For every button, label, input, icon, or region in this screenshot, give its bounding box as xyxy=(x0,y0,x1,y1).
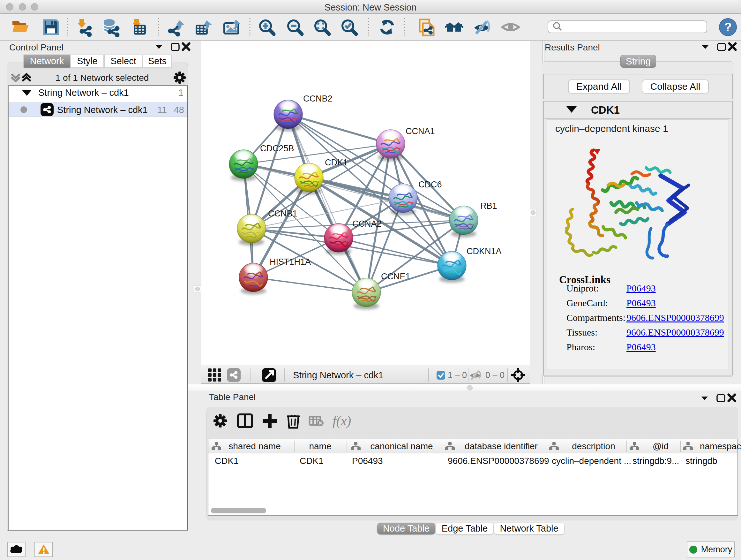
svg-text:CCNB1: CCNB1 xyxy=(268,209,297,219)
svg-text:CCNE1: CCNE1 xyxy=(381,272,410,281)
svg-text:CDKN1A: CDKN1A xyxy=(467,246,502,256)
svg-text:String Network – cdk1: String Network – cdk1 xyxy=(293,370,384,380)
svg-text:f(x): f(x) xyxy=(333,414,351,428)
svg-text:CDC6: CDC6 xyxy=(418,180,442,189)
svg-text:CDK1: CDK1 xyxy=(325,158,348,167)
svg-text:1 – 0: 1 – 0 xyxy=(448,370,467,380)
svg-text:CCNA2: CCNA2 xyxy=(352,219,382,229)
svg-text:CDC25B: CDC25B xyxy=(260,144,294,153)
svg-text:RB1: RB1 xyxy=(480,201,497,211)
svg-text:CCNB2: CCNB2 xyxy=(303,94,333,104)
svg-text:?: ? xyxy=(724,20,731,34)
svg-text:0 – 0: 0 – 0 xyxy=(485,370,504,380)
svg-text:HIST1H1A: HIST1H1A xyxy=(270,257,311,266)
svg-text:CCNA1: CCNA1 xyxy=(406,126,435,136)
